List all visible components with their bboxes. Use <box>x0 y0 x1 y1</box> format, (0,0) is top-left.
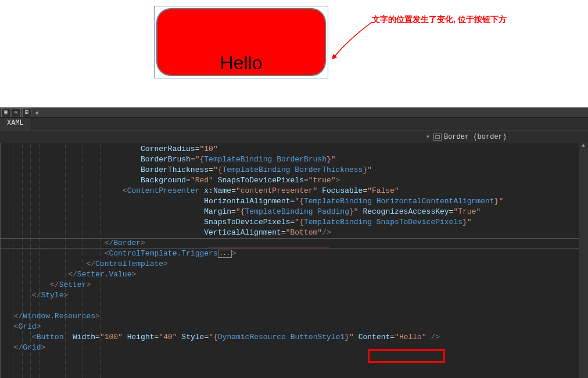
scroll-up-icon[interactable]: ▲ <box>579 143 588 151</box>
demo-button[interactable]: Hello <box>156 8 326 76</box>
tab-strip: XAML <box>0 118 588 130</box>
annotation-text: 文字的位置发生了变化, 位于按钮下方 <box>372 15 507 25</box>
vertical-scrollbar[interactable]: ▲ <box>579 143 588 378</box>
demo-button-label: Hello <box>220 52 263 74</box>
breadcrumb-bar: ▾ Border (border) <box>0 130 588 143</box>
border-element-icon <box>433 134 442 141</box>
code-area[interactable]: CornerRadius="10" BorderBrush="{Template… <box>0 143 588 378</box>
code-text[interactable]: CornerRadius="10" BorderBrush="{Template… <box>5 144 588 353</box>
editor-toolbar: ▣ ⇱ 🗎 ◀ <box>0 107 588 118</box>
annotation-arrow <box>331 22 378 69</box>
selection-adorner: Hello <box>154 6 328 78</box>
design-preview-area: Hello 文字的位置发生了变化, 位于按钮下方 <box>0 0 588 107</box>
collapse-toggle[interactable]: ... <box>218 250 232 258</box>
toolbar-button-2[interactable]: ⇱ <box>12 108 21 117</box>
toolbar-scroll-left-icon[interactable]: ◀ <box>35 109 38 116</box>
xaml-editor: ▣ ⇱ 🗎 ◀ XAML ▾ Border (border) <box>0 107 588 378</box>
tab-xaml[interactable]: XAML <box>0 118 31 130</box>
toolbar-button-1[interactable]: ▣ <box>1 108 10 117</box>
outline-gutter <box>0 143 5 378</box>
toolbar-button-3[interactable]: 🗎 <box>22 108 31 117</box>
breadcrumb-text[interactable]: Border (border) <box>444 133 507 141</box>
breadcrumb-dropdown-icon[interactable]: ▾ <box>426 132 430 141</box>
